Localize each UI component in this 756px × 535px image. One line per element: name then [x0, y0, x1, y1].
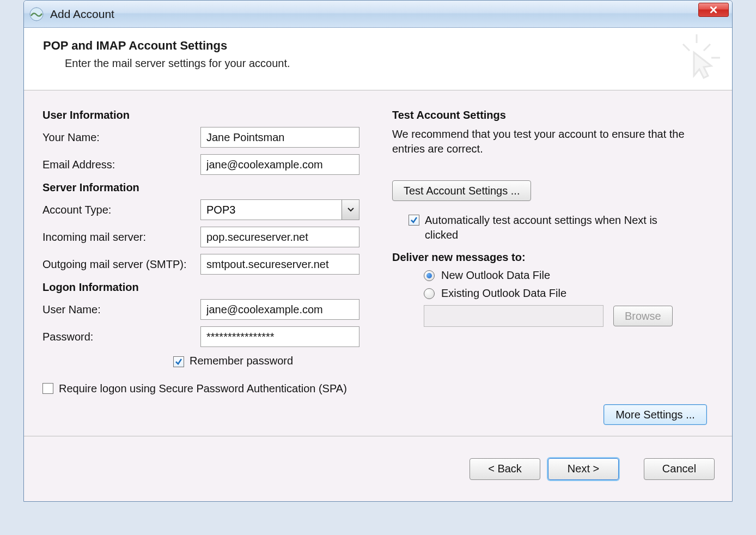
section-user-info: User Information — [42, 109, 359, 121]
checkbox-remember-password[interactable] — [173, 356, 184, 367]
input-email[interactable] — [200, 154, 359, 175]
chevron-down-icon[interactable] — [342, 200, 359, 220]
section-deliver-to: Deliver new messages to: — [392, 251, 714, 264]
label-remember-password: Remember password — [190, 354, 293, 368]
test-account-settings-button[interactable]: Test Account Settings ... — [392, 180, 531, 201]
label-password: Password: — [42, 331, 200, 343]
select-account-type[interactable]: POP3 — [200, 199, 359, 220]
label-auto-test: Automatically test account settings when… — [425, 213, 681, 242]
left-column: User Information Your Name: Email Addres… — [42, 106, 359, 425]
label-email: Email Address: — [42, 159, 200, 171]
more-settings-button[interactable]: More Settings ... — [603, 404, 707, 425]
checkbox-spa[interactable] — [42, 383, 53, 394]
label-your-name: Your Name: — [42, 131, 200, 144]
input-username[interactable] — [200, 299, 359, 320]
right-column: Test Account Settings We recommend that … — [392, 106, 714, 425]
input-password[interactable] — [200, 326, 359, 347]
section-server-info: Server Information — [42, 181, 359, 194]
section-test-settings: Test Account Settings — [392, 109, 714, 121]
wizard-body: User Information Your Name: Email Addres… — [24, 90, 732, 436]
window-title: Add Account — [50, 8, 114, 21]
section-logon-info: Logon Information — [42, 281, 359, 294]
label-incoming: Incoming mail server: — [42, 231, 200, 244]
svg-line-3 — [704, 44, 710, 51]
label-spa: Require logon using Secure Password Auth… — [59, 381, 347, 396]
input-outgoing[interactable] — [200, 254, 359, 275]
wizard-footer: < Back Next > Cancel — [24, 436, 732, 501]
input-your-name[interactable] — [200, 127, 359, 148]
svg-line-4 — [683, 44, 690, 51]
wizard-subtitle: Enter the mail server settings for your … — [65, 57, 713, 70]
label-username: User Name: — [42, 303, 200, 316]
label-new-data-file: New Outlook Data File — [441, 269, 550, 282]
app-icon — [29, 7, 44, 21]
input-existing-data-file — [424, 305, 603, 327]
wizard-title: POP and IMAP Account Settings — [43, 39, 713, 53]
titlebar: Add Account — [24, 1, 732, 28]
checkbox-auto-test[interactable] — [409, 215, 419, 226]
cursor-decor-icon — [672, 33, 721, 82]
label-existing-data-file: Existing Outlook Data File — [441, 287, 566, 300]
radio-new-data-file[interactable] — [424, 270, 435, 281]
close-button[interactable] — [698, 3, 729, 17]
input-incoming[interactable] — [200, 227, 359, 247]
browse-button: Browse — [613, 306, 673, 326]
test-settings-description: We recommend that you test your account … — [392, 127, 714, 156]
cancel-button[interactable]: Cancel — [644, 458, 715, 480]
add-account-window: Add Account POP and IMAP Account Setting… — [23, 0, 733, 502]
wizard-header: POP and IMAP Account Settings Enter the … — [24, 28, 732, 90]
label-account-type: Account Type: — [42, 204, 200, 216]
select-account-type-value: POP3 — [201, 200, 342, 220]
next-button[interactable]: Next > — [548, 458, 619, 480]
label-outgoing: Outgoing mail server (SMTP): — [42, 258, 200, 271]
radio-existing-data-file[interactable] — [424, 288, 435, 299]
back-button[interactable]: < Back — [470, 458, 540, 480]
